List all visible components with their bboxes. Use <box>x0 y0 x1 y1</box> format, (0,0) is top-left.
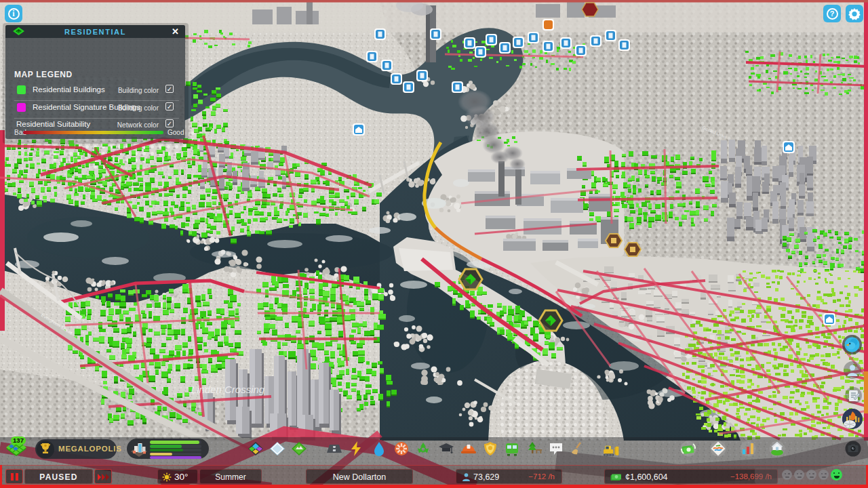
svg-text:Linden Crossing: Linden Crossing <box>191 384 265 395</box>
